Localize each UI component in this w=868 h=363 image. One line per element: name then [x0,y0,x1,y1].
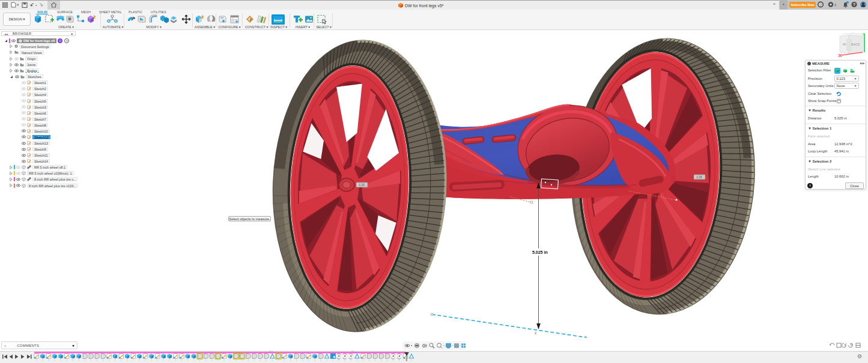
svg-text:1.25: 1.25 [359,183,365,187]
svg-text:5.025 in: 5.025 in [532,250,548,254]
svg-text:1.25: 1.25 [696,175,702,179]
svg-text:2: 2 [535,331,536,335]
svg-text:BACK: BACK [851,43,860,46]
svg-text:Y: Y [863,32,865,36]
svg-text:RI: RI [843,43,846,46]
